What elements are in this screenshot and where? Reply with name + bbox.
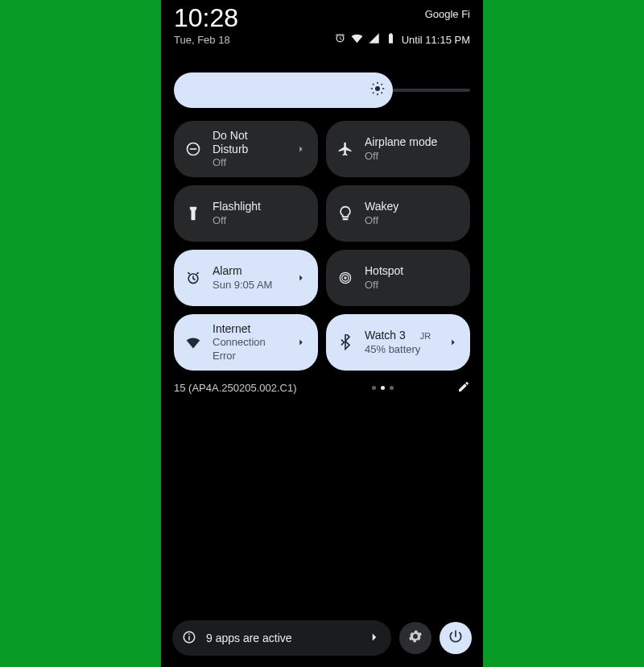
svg-rect-16 — [188, 636, 190, 640]
svg-line-6 — [382, 93, 383, 94]
tile-flashlight[interactable]: FlashlightOff — [174, 185, 318, 242]
tile-label: HotspotOff — [365, 264, 460, 291]
tile-wakey[interactable]: WakeyOff — [326, 185, 470, 242]
quick-settings-tiles: Do Not DisturbOff Airplane modeOff Flash… — [161, 118, 483, 374]
tile-bluetooth[interactable]: Watch 3JR 45% battery — [326, 314, 470, 371]
tile-hotspot[interactable]: HotspotOff — [326, 250, 470, 306]
hotspot-icon — [336, 268, 355, 288]
clock: 10:28 — [174, 5, 238, 31]
wifi-icon — [351, 32, 363, 47]
brightness-slider[interactable] — [161, 56, 483, 118]
status-bar-secondary: Tue, Feb 18 Until 11:15 PM — [161, 31, 483, 56]
tile-label: Watch 3JR 45% battery — [365, 329, 436, 355]
carrier-label: Google Fi — [425, 8, 470, 20]
bt-device-badge: JR — [420, 331, 431, 342]
brightness-fill — [174, 72, 393, 108]
tile-alarm[interactable]: AlarmSun 9:05 AM — [174, 250, 318, 306]
gear-icon — [407, 628, 423, 648]
bulb-icon — [336, 204, 355, 223]
power-button[interactable] — [440, 622, 472, 654]
svg-line-8 — [382, 84, 383, 85]
edit-tiles-button[interactable] — [457, 380, 470, 396]
chevron-right-icon — [367, 630, 382, 647]
build-string: 15 (AP4A.250205.002.C1) — [174, 382, 297, 394]
phone-frame: 10:28 Google Fi Tue, Feb 18 Until 11:15 … — [161, 0, 483, 667]
tile-internet[interactable]: InternetConnection Error — [174, 314, 318, 371]
build-row: 15 (AP4A.250205.002.C1) — [161, 374, 483, 396]
battery-until-label: Until 11:15 PM — [402, 34, 470, 46]
tile-label: AlarmSun 9:05 AM — [213, 264, 284, 291]
svg-point-12 — [344, 276, 346, 279]
svg-point-0 — [375, 86, 380, 91]
page-indicator — [361, 386, 394, 390]
footer-bar: 9 apps are active — [161, 620, 483, 667]
status-bar: 10:28 Google Fi — [161, 0, 483, 31]
battery-icon — [385, 32, 397, 47]
svg-rect-17 — [188, 633, 190, 635]
chevron-right-icon — [294, 272, 308, 284]
active-apps-label: 9 apps are active — [206, 632, 292, 644]
flashlight-icon — [184, 204, 203, 223]
tile-label: Do Not DisturbOff — [213, 129, 284, 168]
tile-airplane[interactable]: Airplane modeOff — [326, 121, 470, 177]
signal-icon — [368, 32, 380, 47]
power-icon — [448, 628, 464, 648]
tile-dnd[interactable]: Do Not DisturbOff — [174, 121, 318, 177]
svg-line-7 — [373, 93, 374, 94]
tile-label: FlashlightOff — [213, 200, 308, 226]
chevron-right-icon — [446, 337, 460, 348]
settings-button[interactable] — [399, 622, 431, 654]
chevron-right-icon — [294, 337, 308, 348]
wifi-icon — [184, 333, 203, 352]
alarm-icon — [334, 32, 346, 47]
airplane-icon — [336, 139, 355, 159]
chevron-right-icon — [294, 143, 308, 155]
tile-label: InternetConnection Error — [213, 322, 284, 362]
system-icons: Until 11:15 PM — [334, 32, 470, 47]
tile-label: Airplane modeOff — [365, 135, 460, 162]
bluetooth-icon — [336, 333, 355, 352]
tile-label: WakeyOff — [365, 200, 460, 226]
alarm-icon — [184, 268, 203, 288]
info-icon — [182, 630, 196, 647]
brightness-icon — [370, 81, 385, 99]
active-apps-button[interactable]: 9 apps are active — [172, 620, 391, 656]
date-label: Tue, Feb 18 — [174, 34, 230, 46]
dnd-icon — [184, 139, 203, 159]
svg-line-5 — [373, 84, 374, 85]
